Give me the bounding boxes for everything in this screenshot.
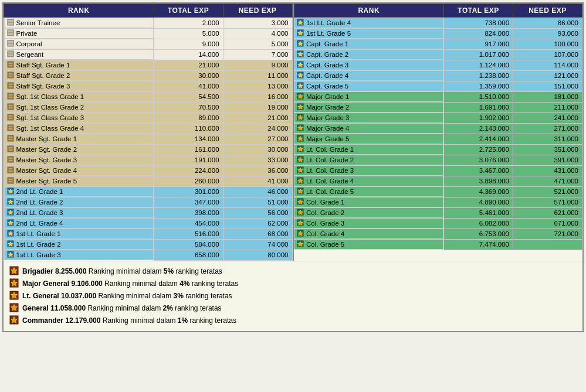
need-exp: 114.000 [513,60,582,70]
rank-name: 2nd Lt. Grade 1 [16,188,63,195]
rank-name: Major Grade 1 [306,93,350,100]
rank-name: Capt. Grade 3 [306,62,348,69]
need-exp: 11.000 [223,70,292,81]
rank-name: Capt. Grade 1 [306,40,348,47]
rank-cell: Capt. Grade 3 [294,60,443,70]
table-row: Sgt. 1st Class Grade 389.00021.000 [4,113,293,123]
table-row: Major Grade 11.510.000181.000 [294,91,582,102]
need-exp: 74.000 [223,239,292,250]
svg-rect-38 [8,167,13,173]
total-exp: 6.753.000 [444,229,513,239]
rank-icon [7,230,14,238]
svg-rect-20 [8,104,13,110]
total-exp: 4.369.000 [444,186,513,197]
table-row: 2nd Lt. Grade 2347.00051.000 [4,197,293,207]
total-exp: 54.500 [154,91,223,102]
rank-cell: Sgt. 1st Class Grade 2 [4,102,154,113]
svg-rect-26 [8,125,13,131]
rank-cell: Staff Sgt. Grade 3 [4,81,154,91]
rank-cell: 2nd Lt. Grade 4 [4,218,154,229]
table-row: Master Sgt. Grade 5260.00041.000 [4,176,293,186]
rank-cell: Col. Grade 3 [294,218,443,229]
table-row: Col. Grade 14.890.000571.000 [294,197,582,207]
footer-exp: 12.179.000 [65,316,102,325]
table-row: Col. Grade 36.082.000671.000 [294,218,582,229]
footer-text: Lt. General 10.037.000 Ranking minimal d… [22,292,232,300]
rank-cell: Master Sgt. Grade 4 [4,165,154,176]
rank-icon [297,71,304,80]
total-exp: 70.500 [154,102,223,113]
total-exp: 6.082.000 [444,218,513,229]
table-row: 2nd Lt. Grade 3398.00056.000 [4,207,293,218]
rank-name: Lt. Col. Grade 4 [306,178,354,185]
need-exp: 391.000 [513,155,582,165]
footer-row: Major General 9.106.000 Ranking minimal … [9,278,577,289]
rank-name: Major Grade 2 [306,104,350,111]
rank-name: Lt. Col. Grade 5 [306,188,354,195]
rank-icon [297,156,304,164]
rank-cell: Staff Sgt. Grade 1 [4,60,154,70]
footer-exp: 10.037.000 [61,292,98,300]
rank-icon [297,188,304,196]
total-exp: 454.000 [154,218,223,229]
rank-icon [7,177,14,185]
table-row: Lt. Col. Grade 33.467.000431.000 [294,165,582,176]
rank-icon [297,19,304,27]
rank-cell: Corporal [4,39,154,49]
rank-name: 1st Lt. Grade 1 [16,230,61,237]
total-exp: 516.000 [154,229,223,239]
rank-name: Col. Grade 5 [306,241,344,248]
rank-name: 1st Lt. Grade 3 [16,251,61,258]
total-exp: 347.000 [154,197,223,207]
footer-rank-name: Brigadier [22,267,55,275]
rank-name: Sgt. 1st Class Grade 4 [16,125,84,132]
need-exp: 100.000 [513,39,582,49]
rank-cell: Major Grade 2 [294,102,443,113]
rank-cell: 1st Lt. Grade 3 [4,250,154,260]
table-row: Staff Sgt. Grade 230.00011.000 [4,70,293,81]
need-exp: 521.000 [513,186,582,197]
need-exp: 80.000 [223,250,292,260]
footer-row: Lt. General 10.037.000 Ranking minimal d… [9,291,577,302]
rank-icon [7,114,14,122]
rank-icon [297,40,304,48]
rank-cell: Lt. Col. Grade 2 [294,155,443,165]
need-exp: 311.000 [513,134,582,144]
rank-cell: Col. Grade 4 [294,229,443,239]
table-row: Major Grade 52.414.000311.000 [294,134,582,144]
rank-name: Sgt. 1st Class Grade 3 [16,114,84,121]
need-exp: 16.000 [223,91,292,102]
table-row: 1st Lt. Grade 1516.00068.000 [4,229,293,239]
need-exp: 9.000 [223,60,292,70]
rank-cell: Col. Grade 5 [294,239,443,250]
need-exp: 21.000 [223,113,292,123]
footer-row: Commander 12.179.000 Ranking minimal dal… [9,315,577,326]
rank-icon [7,156,14,164]
rank-name: Staff Sgt. Grade 3 [16,83,70,90]
total-exp: 658.000 [154,250,223,260]
need-exp: 7.000 [223,49,292,60]
table-row: Lt. Col. Grade 12.725.000351.000 [294,144,582,155]
rank-name: Sergeant [16,51,44,58]
footer-rank-name: General [22,304,50,312]
rank-name: Lt. Col. Grade 2 [306,156,354,163]
table-row: Sgt. 1st Class Grade 154.50016.000 [4,91,293,102]
rank-icon [7,19,14,27]
need-exp: 351.000 [513,144,582,155]
need-exp: 181.000 [513,91,582,102]
footer-rank-name: Major General [22,279,71,288]
rank-cell: Senior Trainee [4,18,154,28]
right-column: RANK TOTAL EXP NEED EXP 1st Lt. Grade 47… [294,4,583,261]
total-exp: 224.000 [154,165,223,176]
table-row: Sgt. 1st Class Grade 270.50019.000 [4,102,293,113]
total-exp: 9.000 [154,39,223,49]
rank-icon [7,219,14,227]
rank-name: Col. Grade 2 [306,209,344,216]
main-container: RANK TOTAL EXP NEED EXP Senior Trainee2.… [2,2,584,332]
rank-name: Capt. Grade 2 [306,51,348,58]
left-column: RANK TOTAL EXP NEED EXP Senior Trainee2.… [4,4,294,261]
footer-text: Brigadier 8.255.000 Ranking minimal dala… [22,267,222,275]
rank-icon [7,188,14,196]
total-exp: 1.124.000 [444,60,513,70]
left-total-header: TOTAL EXP [154,4,223,18]
